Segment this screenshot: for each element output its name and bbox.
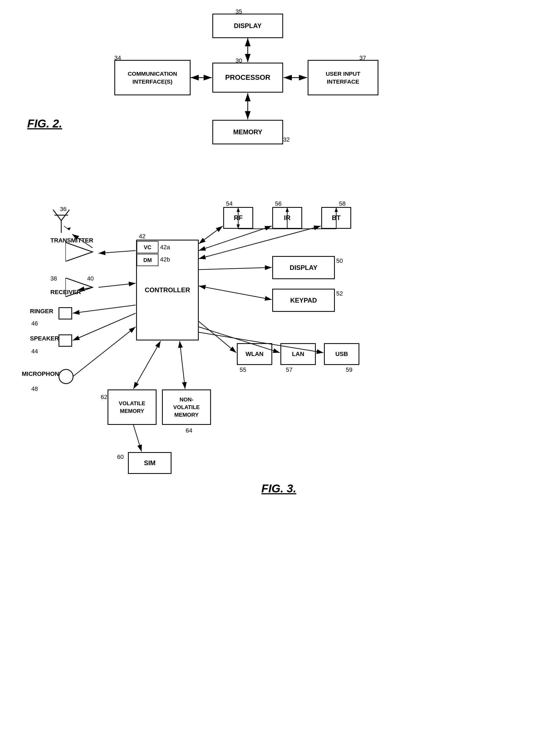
- processor-box: PROCESSOR: [212, 63, 283, 93]
- vc-box: VC: [137, 241, 158, 253]
- svg-marker-6: [65, 242, 93, 261]
- ref-44: 44: [31, 348, 38, 355]
- ref-36: 36: [60, 206, 66, 213]
- bt-box: BT: [321, 207, 351, 229]
- svg-line-24: [199, 286, 272, 299]
- ref-42b: 42b: [160, 256, 170, 263]
- rf-box: RF: [223, 207, 253, 229]
- wlan-box: WLAN: [237, 343, 272, 365]
- usb-box: USB: [324, 343, 359, 365]
- ref-56: 56: [275, 200, 281, 207]
- ref-60: 60: [117, 454, 124, 461]
- speaker-icon: [59, 334, 72, 347]
- comm-interface-box: COMMUNICATIONINTERFACE(S): [114, 60, 191, 95]
- microphone-icon: [59, 369, 74, 384]
- ref-34: 34: [114, 54, 121, 62]
- svg-marker-7: [65, 278, 93, 297]
- fig2-title: FIG. 2.: [27, 117, 62, 130]
- svg-line-20: [199, 226, 223, 244]
- volatile-memory-box: VOLATILEMEMORY: [108, 390, 157, 425]
- ref-54: 54: [226, 200, 232, 207]
- memory-box: MEMORY: [212, 120, 283, 144]
- svg-line-30: [133, 425, 142, 452]
- ref-52: 52: [336, 290, 343, 297]
- ref-46: 46: [31, 320, 38, 327]
- speaker-label: SPEAKER: [30, 335, 59, 342]
- svg-line-19: [99, 283, 136, 287]
- ringer-icon: [59, 307, 72, 319]
- ref-48: 48: [31, 386, 38, 393]
- ir-box: IR: [272, 207, 302, 229]
- svg-line-28: [133, 341, 161, 389]
- receiver-triangle: [65, 278, 98, 297]
- ref-35: 35: [235, 8, 242, 15]
- display-box: DISPLAY: [212, 14, 283, 38]
- ref-37: 37: [359, 54, 366, 62]
- svg-line-25: [73, 305, 136, 313]
- ref-30: 30: [235, 57, 242, 64]
- svg-line-22: [199, 226, 321, 259]
- svg-line-18: [99, 250, 136, 253]
- transmitter-triangle: [65, 242, 98, 261]
- dm-box: DM: [137, 254, 158, 266]
- svg-line-27: [73, 327, 136, 377]
- sim-box: SIM: [128, 452, 172, 474]
- ref-32: 32: [283, 136, 290, 143]
- ref-58: 58: [339, 200, 345, 207]
- keypad-box: KEYPAD: [272, 289, 335, 312]
- ref-59: 59: [346, 366, 352, 374]
- svg-line-29: [180, 341, 185, 389]
- ref-50: 50: [336, 257, 343, 264]
- svg-line-21: [199, 226, 272, 250]
- fig3-title: FIG. 3.: [261, 482, 296, 495]
- ref-38: 38: [50, 275, 57, 282]
- ringer-label: RINGER: [30, 308, 53, 315]
- lan-box: LAN: [280, 343, 316, 365]
- ref-62: 62: [101, 394, 107, 401]
- microphone-label: MICROPHONE: [22, 371, 63, 378]
- full-diagram: DISPLAY 35 PROCESSOR 30 COMMUNICATIONINT…: [0, 0, 560, 731]
- svg-line-31: [199, 321, 236, 353]
- svg-line-26: [73, 313, 136, 340]
- nonvolatile-memory-box: NON-VOLATILEMEMORY: [162, 390, 211, 425]
- ref-55: 55: [240, 366, 246, 374]
- diagram-arrows: [0, 0, 560, 731]
- display3-box: DISPLAY: [272, 256, 335, 279]
- user-input-box: USER INPUTINTERFACE: [308, 60, 378, 95]
- ref-42a: 42a: [160, 244, 170, 251]
- ref-42: 42: [139, 233, 145, 240]
- ref-64: 64: [186, 427, 192, 434]
- svg-line-23: [199, 267, 272, 270]
- ref-57: 57: [286, 366, 292, 374]
